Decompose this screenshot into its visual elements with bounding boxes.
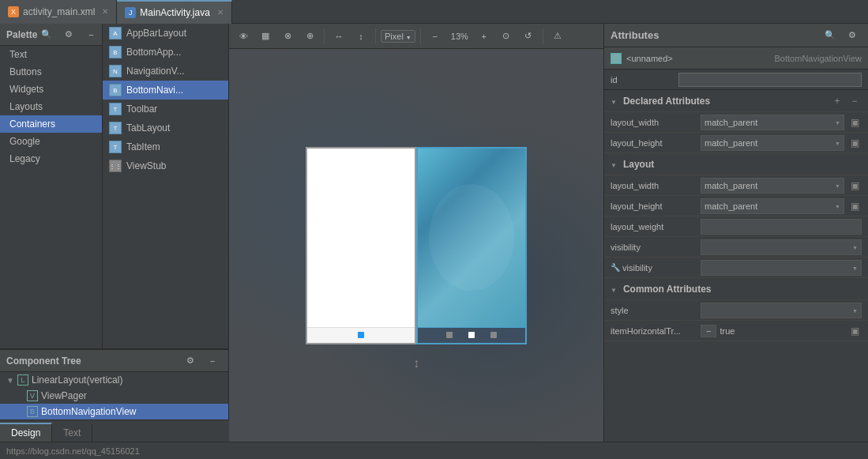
snap-btn[interactable]: ⊕ [300, 27, 319, 46]
palette-item-google[interactable]: Google [0, 133, 102, 150]
item-horizontal-minus-btn[interactable]: − [701, 325, 716, 337]
comp-list-bottomnavi[interactable]: B BottomNavi... [103, 81, 228, 100]
visibility-wrench-row: 🔧 visibility [604, 258, 868, 278]
palette-item-layouts[interactable]: Layouts [0, 98, 102, 115]
expand-h-btn[interactable]: ↔ [329, 27, 348, 46]
palette-settings-btn[interactable]: ⚙ [59, 25, 78, 44]
tab-design[interactable]: Design [0, 423, 52, 442]
declared-layout-height-dropdown[interactable]: match_parent [701, 135, 844, 151]
device-chevron [406, 32, 411, 41]
attr-header-toolbar: 🔍 ⚙ [821, 26, 862, 45]
tab-main-activity-label: MainActivity.java [140, 7, 209, 18]
expand-v-btn[interactable]: ↕ [351, 27, 370, 46]
attr-content: Declared Attributes + − layout_width mat… [604, 90, 868, 442]
visibility-chevron [852, 243, 858, 251]
tree-viewpager[interactable]: V ViewPager [0, 388, 228, 404]
declared-layout-width-dropdown[interactable]: match_parent [701, 115, 844, 130]
bottomapp-icon: B [109, 46, 122, 58]
tree-close-btn[interactable]: − [203, 352, 222, 371]
phone-frame-1[interactable] [306, 147, 416, 344]
palette-item-text[interactable]: Text [0, 46, 102, 63]
tree-viewpager-label: ViewPager [41, 390, 87, 401]
declared-attributes-arrow [611, 96, 620, 107]
grid-btn[interactable]: ▦ [256, 27, 275, 46]
attr-settings-btn[interactable]: ⚙ [843, 26, 862, 45]
warning-btn[interactable]: ⚠ [548, 27, 567, 46]
tab-activity-main-close[interactable]: ✕ [102, 7, 108, 16]
palette-panel: Palette 🔍 ⚙ − Text Buttons Widgets Layou… [0, 24, 103, 348]
center-section: 👁 ▦ ⊗ ⊕ ↔ ↕ Pixel − 13% + ⊙ ↺ ⚠ [229, 24, 603, 442]
tab-main-activity[interactable]: J MainActivity.java ✕ [117, 0, 231, 24]
palette-item-widgets[interactable]: Widgets [0, 81, 102, 98]
item-horizontal-value: true [720, 326, 735, 336]
attr-id-input[interactable] [678, 73, 862, 87]
zoom-fit-btn[interactable]: ⊙ [497, 27, 516, 46]
comp-list-appbarlayout[interactable]: A AppBarLayout [103, 24, 228, 43]
comp-list-tabitem[interactable]: T TabItem [103, 137, 228, 156]
eye-btn[interactable]: 👁 [234, 27, 253, 46]
palette-item-containers[interactable]: Containers [0, 115, 102, 133]
common-attributes-arrow [611, 284, 620, 295]
comp-list-bottomapp[interactable]: B BottomApp... [103, 43, 228, 62]
tab-text[interactable]: Text [52, 424, 92, 442]
attributes-panel: Attributes 🔍 ⚙ <unnamed> BottomNavigatio… [603, 24, 868, 442]
declared-layout-height-extra-btn[interactable]: ▣ [847, 136, 862, 150]
declared-add-btn[interactable]: + [830, 94, 844, 108]
layout-width-extra-btn[interactable]: ▣ [847, 179, 862, 193]
comp-list-toolbar[interactable]: T Toolbar [103, 100, 228, 119]
layout-weight-input[interactable] [701, 219, 862, 235]
layout-width-chevron [835, 182, 840, 190]
component-list: A AppBarLayout B BottomApp... N Navigati… [103, 24, 228, 348]
style-label: style [611, 306, 697, 315]
layout-height-extra-btn[interactable]: ▣ [847, 199, 862, 213]
tab-activity-main[interactable]: X activity_main.xml ✕ [0, 0, 117, 24]
comp-list-navigationv[interactable]: N NavigationV... [103, 62, 228, 81]
comp-list-navigationv-label: NavigationV... [126, 66, 185, 77]
declared-attributes-title: Declared Attributes [623, 96, 710, 107]
palette-item-buttons[interactable]: Buttons [0, 63, 102, 81]
constraint-btn[interactable]: ⊗ [278, 27, 297, 46]
declared-layout-width-extra-btn[interactable]: ▣ [847, 115, 862, 130]
palette-close-btn[interactable]: − [81, 25, 100, 44]
tree-bottomnavigationview[interactable]: B BottomNavigationView [0, 404, 228, 419]
tree-settings-btn[interactable]: ⚙ [181, 352, 200, 371]
left-section: Palette 🔍 ⚙ − Text Buttons Widgets Layou… [0, 24, 229, 442]
phone-content-2 [418, 149, 525, 327]
comp-list-tabitem-label: TabItem [126, 141, 160, 152]
palette-item-legacy[interactable]: Legacy [0, 150, 102, 167]
comp-list-viewstub[interactable]: ⋮⋮ ViewStub [103, 156, 228, 175]
design-canvas-area: ↕ [229, 49, 603, 442]
visibility-row: visibility [604, 237, 868, 258]
layout-width-dropdown[interactable]: match_parent [701, 178, 844, 194]
attr-id-row: id [604, 70, 868, 90]
visibility-wrench-dropdown[interactable] [701, 260, 862, 276]
phone-frame-2[interactable] [416, 147, 527, 344]
visibility-wrench-label: 🔧 visibility [611, 263, 697, 273]
main-layout: Palette 🔍 ⚙ − Text Buttons Widgets Layou… [0, 24, 868, 442]
item-horizontal-extra-btn[interactable]: ▣ [847, 324, 862, 338]
tree-linearlayout[interactable]: ▼ L LinearLayout(vertical) [0, 372, 228, 388]
declared-remove-btn[interactable]: − [847, 94, 862, 108]
phone-bottom-nav-1 [307, 327, 415, 343]
palette-items: Text Buttons Widgets Layouts Containers … [0, 46, 102, 348]
style-row: style [604, 300, 868, 321]
comp-list-tablayout[interactable]: T TabLayout [103, 119, 228, 137]
zoom-out-btn[interactable]: − [426, 27, 445, 46]
tab-activity-main-label: activity_main.xml [23, 6, 95, 17]
palette-search-btn[interactable]: 🔍 [37, 25, 56, 44]
xml-file-icon: X [8, 6, 19, 17]
layout-height-dropdown[interactable]: match_parent [701, 198, 844, 214]
viewstub-icon: ⋮⋮ [109, 160, 122, 172]
declared-layout-width-value: match_parent [705, 118, 833, 127]
device-dropdown[interactable]: Pixel [381, 30, 415, 43]
rotate-btn[interactable]: ↺ [519, 27, 538, 46]
appbarlayout-icon: A [109, 27, 122, 40]
tab-main-activity-close[interactable]: ✕ [217, 8, 224, 17]
zoom-in-btn[interactable]: + [475, 27, 494, 46]
toolbar-sep1 [324, 28, 325, 44]
comp-list-appbarlayout-label: AppBarLayout [126, 28, 186, 39]
visibility-dropdown[interactable] [701, 239, 862, 255]
attr-search-btn[interactable]: 🔍 [821, 26, 840, 45]
tree-header: Component Tree ⚙ − [0, 350, 228, 372]
style-dropdown[interactable] [701, 303, 862, 318]
